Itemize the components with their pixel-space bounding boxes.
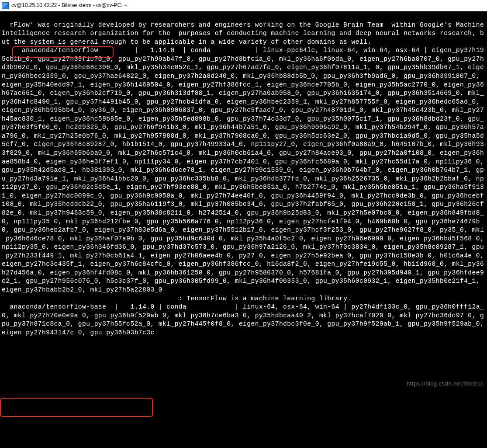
window-titlebar: cv@10.25.10.42:22 - Bitvise xterm - cv@c…	[0, 0, 487, 11]
app-icon	[2, 2, 9, 9]
highlight-box-tensorflow-base	[0, 398, 153, 417]
window-title: cv@10.25.10.42:22 - Bitvise xterm - cv@c…	[11, 2, 127, 9]
terminal-output: rFlow' was originally developed by resea…	[2, 21, 487, 336]
watermark: https://blog.csdn.net/3beecc	[407, 380, 484, 388]
terminal-viewport[interactable]: rFlow' was originally developed by resea…	[0, 11, 487, 390]
